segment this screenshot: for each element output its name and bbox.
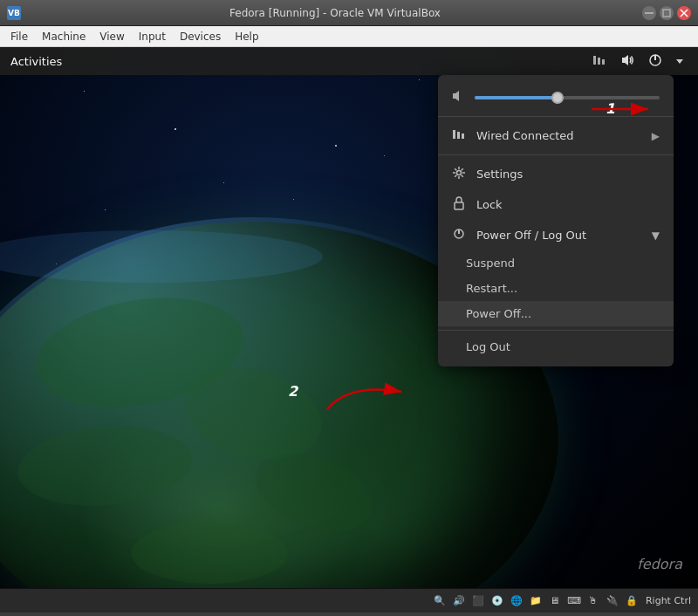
restart-item[interactable]: Restart... [438,276,674,301]
power-off-item[interactable]: Power Off... [438,301,674,326]
svg-point-6 [14,419,195,512]
svg-rect-10 [593,56,596,65]
svg-marker-13 [622,55,628,65]
svg-marker-19 [453,91,459,101]
activities-button[interactable]: Activities [10,55,62,68]
gnome-topbar: Activities [0,47,698,75]
log-out-item[interactable]: Log Out [438,334,674,359]
settings-item[interactable]: Settings [438,159,674,189]
power-menu-icon [452,227,466,243]
status-icon-usb[interactable]: ⬛ [469,592,487,610]
svg-point-9 [0,230,323,283]
status-icon-display[interactable]: 🖥 [546,592,564,610]
power-off-label: Power Off... [466,307,531,320]
guest-display: Activities [0,47,698,588]
status-icon-network[interactable]: 🌐 [508,592,525,610]
volume-tray-icon[interactable] [616,51,639,72]
svg-rect-11 [598,58,600,65]
restore-button[interactable] [660,6,674,20]
step-2-label: 2 [288,383,298,400]
log-out-label: Log Out [466,340,510,353]
wired-submenu-arrow: ▶ [652,130,660,142]
status-icon-search[interactable]: 🔍 [431,592,448,610]
close-button[interactable] [677,6,691,20]
svg-point-8 [131,523,288,584]
svg-rect-12 [602,59,605,65]
svg-rect-24 [455,202,463,209]
wired-connected-label: Wired Connected [476,129,574,142]
lock-icon [452,196,466,213]
vbox-menubar: File Machine View Input Devices Help [0,26,698,47]
statusbar: 🔍 🔊 ⬛ 💿 🌐 📁 🖥 ⌨ 🖱 🔌 🔒 Right Ctrl [0,588,698,613]
minimize-button[interactable] [642,6,656,20]
power-expanded-arrow: ▼ [652,229,660,242]
menu-help[interactable]: Help [228,29,265,44]
status-icon-keyboard[interactable]: ⌨ [565,592,583,610]
lock-label: Lock [476,198,503,211]
status-icon-lock[interactable]: 🔒 [623,592,640,610]
menu-input[interactable]: Input [132,29,173,44]
svg-rect-21 [457,132,460,139]
svg-rect-0 [645,12,654,14]
power-log-out-item[interactable]: Power Off / Log Out ▼ [438,220,674,250]
menu-view[interactable]: View [92,29,131,44]
status-icon-mouse[interactable]: 🖱 [585,592,602,610]
svg-point-23 [457,171,462,175]
separator-3 [438,330,674,331]
svg-marker-16 [676,59,683,64]
power-log-out-label: Power Off / Log Out [476,229,586,242]
window-title: Fedora [Running] - Oracle VM VirtualBox [28,7,642,19]
system-tray [588,51,688,72]
volume-thumb[interactable] [551,92,564,104]
menu-file[interactable]: File [3,29,35,44]
network-tray-icon[interactable] [588,51,611,72]
status-icon-usb2[interactable]: 🔌 [604,592,621,610]
settings-icon [452,166,466,182]
suspend-label: Suspend [466,257,515,270]
lock-item[interactable]: Lock [438,189,674,220]
separator-2 [438,154,674,155]
svg-rect-1 [663,10,670,17]
status-icon-folder[interactable]: 📁 [527,592,544,610]
network-menu-icon [452,127,466,144]
power-tray-icon[interactable] [644,51,667,72]
wired-connected-item[interactable]: Wired Connected ▶ [438,120,674,151]
menu-devices[interactable]: Devices [173,29,228,44]
svg-rect-22 [462,133,464,139]
step-1-arrow [592,96,661,122]
menu-machine[interactable]: Machine [35,29,92,44]
window-controls [642,6,691,20]
settings-label: Settings [476,168,523,181]
vbox-icon: VB [7,6,21,20]
tray-dropdown-arrow[interactable] [672,52,688,70]
volume-low-icon [452,89,466,106]
titlebar: VB Fedora [Running] - Oracle VM VirtualB… [0,0,698,26]
step-2-arrow [323,379,410,414]
volume-fill [475,96,558,99]
fedora-watermark: fedora [637,556,682,572]
status-icon-cd[interactable]: 💿 [489,592,506,610]
restart-label: Restart... [466,282,517,295]
status-icon-audio[interactable]: 🔊 [450,592,468,610]
suspend-item[interactable]: Suspend [438,250,674,276]
svg-rect-20 [453,130,455,139]
right-ctrl-label: Right Ctrl [646,595,691,606]
